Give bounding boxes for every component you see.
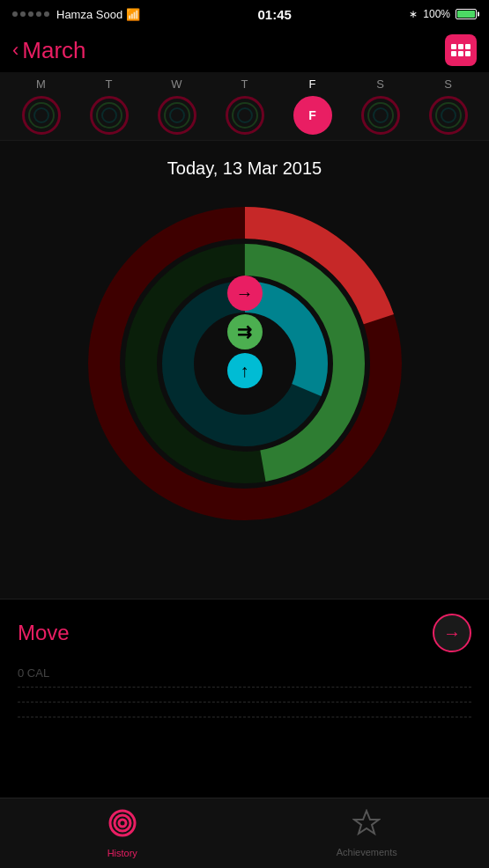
- status-left: Hamza Sood 📶: [12, 8, 140, 21]
- battery-fill: [457, 11, 475, 18]
- nav-title: March: [22, 37, 85, 64]
- ring-arrows: → ⇉ ↑: [227, 276, 263, 388]
- friday-label: F: [308, 108, 316, 122]
- svg-point-7: [115, 815, 130, 831]
- days-row: M T W T F: [0, 72, 489, 141]
- move-header: Move →: [18, 614, 471, 652]
- day-ring-w: [158, 96, 196, 135]
- main-content: Today, 13 Mar 2015 → ⇉ ↑: [0, 141, 489, 599]
- move-title: Move: [18, 621, 70, 645]
- dot-4: [36, 11, 41, 17]
- chevron-left-icon: ‹: [12, 39, 19, 62]
- day-ring-s2: [429, 96, 468, 135]
- day-label-f: F: [309, 77, 316, 91]
- activity-rings: → ⇉ ↑: [86, 205, 404, 522]
- back-button[interactable]: ‹ March: [12, 37, 86, 64]
- svg-point-8: [119, 820, 126, 827]
- svg-marker-9: [354, 811, 379, 834]
- day-sunday[interactable]: S: [418, 77, 479, 135]
- day-label-t2: T: [241, 77, 248, 91]
- status-bar: Hamza Sood 📶 01:45 ∗ 100%: [0, 0, 489, 28]
- day-wednesday[interactable]: W: [146, 77, 208, 135]
- carrier-label: Hamza Sood: [56, 8, 122, 21]
- calendar-icon: [451, 44, 470, 56]
- date-label: Today, 13 Mar 2015: [167, 158, 322, 179]
- day-label-s1: S: [376, 77, 384, 91]
- achievements-icon: [352, 809, 381, 843]
- day-ring-f: F: [293, 96, 332, 135]
- day-tuesday[interactable]: T: [78, 77, 140, 135]
- battery-percent: 100%: [423, 8, 450, 20]
- day-thursday[interactable]: T: [214, 77, 276, 135]
- status-right: ∗ 100%: [409, 8, 477, 20]
- dashed-line-1: [18, 687, 471, 688]
- move-arrow-icon: →: [443, 623, 461, 644]
- wifi-icon: 📶: [126, 8, 140, 21]
- day-label-s2: S: [444, 77, 452, 91]
- day-label-w: W: [171, 77, 182, 91]
- day-label-t1: T: [106, 77, 113, 91]
- day-label-m: M: [36, 77, 46, 91]
- dot-5: [44, 11, 49, 17]
- day-monday[interactable]: M: [11, 77, 72, 135]
- calendar-button[interactable]: [445, 34, 477, 66]
- tab-bar: History Achievements: [0, 798, 489, 868]
- signal-dots: [12, 11, 49, 17]
- stand-arrow-button[interactable]: ↑: [227, 353, 263, 388]
- tab-achievements[interactable]: Achievements: [245, 798, 490, 868]
- dot-3: [28, 11, 33, 17]
- day-friday[interactable]: F F: [282, 77, 344, 135]
- move-detail-button[interactable]: →: [433, 614, 471, 652]
- day-saturday[interactable]: S: [350, 77, 411, 135]
- battery-icon: [456, 9, 477, 19]
- battery-box: [456, 9, 477, 19]
- tab-achievements-label: Achievements: [337, 847, 397, 857]
- nav-bar: ‹ March: [0, 28, 489, 72]
- dot-2: [20, 11, 26, 17]
- day-ring-t2: [226, 96, 264, 135]
- tab-history-label: History: [107, 848, 137, 858]
- day-ring-s1: [361, 96, 400, 135]
- move-section: Move → 0 CAL: [0, 600, 489, 739]
- history-icon: [108, 809, 137, 844]
- exercise-arrow-button[interactable]: ⇉: [227, 314, 263, 349]
- bluetooth-icon: ∗: [409, 8, 418, 20]
- day-ring-t1: [90, 96, 129, 135]
- day-ring-m: [22, 96, 61, 135]
- move-arrow-button[interactable]: →: [227, 276, 263, 311]
- dashed-line-3: [18, 717, 471, 717]
- dot-1: [12, 11, 18, 17]
- tab-history[interactable]: History: [0, 798, 245, 868]
- move-cal-label: 0 CAL: [18, 666, 471, 680]
- dashed-line-2: [18, 702, 471, 702]
- status-time: 01:45: [258, 7, 292, 22]
